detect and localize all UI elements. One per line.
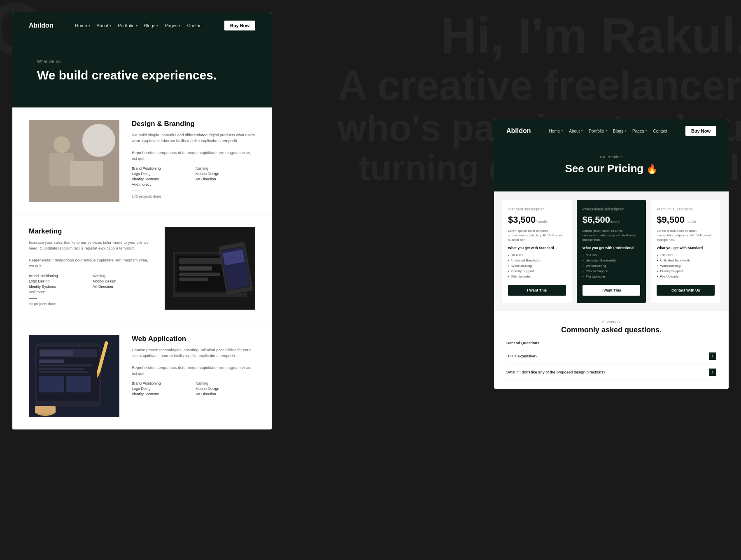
svg-rect-32 xyxy=(39,364,93,366)
faq-item-2[interactable]: What if I don't like any of the proposed… xyxy=(506,364,716,380)
faq-question-2[interactable]: What if I don't like any of the proposed… xyxy=(506,369,716,376)
nav-item-blogs[interactable]: Blogs ▾ xyxy=(144,23,158,28)
svg-rect-31 xyxy=(39,359,64,363)
right-nav: Home ▾ About ▾ Portfolio ▾ Blogs ▾ Pages… xyxy=(549,129,667,133)
about-chevron: ▾ xyxy=(110,24,111,28)
svg-rect-40 xyxy=(35,406,56,413)
feature-item: Identity Systems xyxy=(132,392,191,396)
right-nav-about[interactable]: About ▾ xyxy=(569,129,583,133)
right-nav-blogs[interactable]: Blogs ▾ xyxy=(613,129,627,133)
premium-cta[interactable]: Contact With Us xyxy=(657,285,715,296)
feature-item: Art Direction xyxy=(196,392,255,396)
home-chevron: ▾ xyxy=(89,24,90,28)
faq-item-1[interactable]: Isn't it expensive? + xyxy=(506,348,716,364)
right-nav-contact[interactable]: Contact xyxy=(653,129,667,133)
fire-icon: 🔥 xyxy=(646,164,657,174)
feature-item: And more... xyxy=(132,182,191,187)
right-portfolio-chevron: ▾ xyxy=(606,129,607,133)
professional-desc: Lorem ipsum dolor sit amet, consectetur … xyxy=(583,229,641,243)
svg-rect-6 xyxy=(83,172,84,188)
professional-cta[interactable]: I Want This xyxy=(583,285,641,296)
svg-rect-33 xyxy=(39,368,84,370)
svg-rect-35 xyxy=(39,376,64,392)
left-nav: Home ▾ About ▾ Portfolio ▾ Blogs ▾ Pages… xyxy=(75,23,203,28)
nav-item-pages[interactable]: Pages ▾ xyxy=(165,23,180,28)
professional-feature: Whitelabelling xyxy=(583,263,641,268)
feature-item: Identity Systems xyxy=(132,177,191,181)
faq-question-1[interactable]: Isn't it expensive? + xyxy=(506,352,716,360)
feature-item: Motion Design xyxy=(93,279,152,283)
feature-item: Naming xyxy=(196,381,255,385)
right-buy-button[interactable]: Buy Now xyxy=(685,126,716,136)
premium-label: Premium subscription xyxy=(657,207,715,211)
marketing-image-wrap xyxy=(165,227,255,310)
standard-feature: File Uploader xyxy=(508,274,566,279)
standard-features: 10 User Unlimited Bandwidth Whitelabelli… xyxy=(508,252,566,279)
premium-feature: Priority Support xyxy=(657,268,715,274)
professional-features: 50 User Unlimited Bandwidth Whitelabelli… xyxy=(583,252,641,279)
standard-feature: Unlimited Bandwidth xyxy=(508,258,566,263)
feature-item: Brand Positioning xyxy=(132,166,191,170)
right-nav-home[interactable]: Home ▾ xyxy=(549,129,564,133)
pricing-card-professional: Professional subscription $6,500/month L… xyxy=(577,200,646,303)
pricing-cards: Standard subscription $3,500/month Lorem… xyxy=(502,200,720,303)
faq-toggle-2[interactable]: + xyxy=(709,369,716,376)
pricing-section: Standard subscription $3,500/month Lorem… xyxy=(494,191,729,311)
standard-feature: Whitelabelling xyxy=(508,263,566,268)
design-desc: We build simple, beautiful and different… xyxy=(132,132,255,161)
right-nav-portfolio[interactable]: Portfolio ▾ xyxy=(589,129,607,133)
right-logo: Abildon xyxy=(506,127,531,135)
professional-features-title: What you get with Professional xyxy=(583,246,641,250)
right-home-chevron: ▾ xyxy=(562,129,563,133)
feature-item: Identity Systems xyxy=(29,285,89,289)
professional-price: $6,500/month xyxy=(583,215,641,225)
svg-rect-12 xyxy=(58,122,66,134)
faq-toggle-1[interactable]: + xyxy=(709,352,716,360)
pricing-card-standard: Standard subscription $3,500/month Lorem… xyxy=(502,200,572,303)
svg-rect-34 xyxy=(39,371,89,373)
standard-label: Standard subscription xyxy=(508,207,566,211)
nav-item-about[interactable]: About ▾ xyxy=(97,23,112,28)
service-marketing: Marketing Increase your sales thanks to … xyxy=(12,215,272,322)
faq-title: Commonly asked questions. xyxy=(506,326,716,334)
web-title: Web Application xyxy=(132,335,255,343)
right-about-chevron: ▾ xyxy=(581,129,583,133)
svg-rect-25 xyxy=(165,227,255,310)
design-title: Design & Branding xyxy=(132,120,255,128)
standard-feature: 10 User xyxy=(508,252,566,258)
services-list: Design & Branding We build simple, beaut… xyxy=(12,107,272,429)
marketing-info: Marketing Increase your sales thanks to … xyxy=(29,227,152,310)
left-buy-button[interactable]: Buy Now xyxy=(224,21,255,30)
nav-item-home[interactable]: Home ▾ xyxy=(75,23,90,28)
portfolio-chevron: ▾ xyxy=(136,24,137,28)
faq-section: Answers to Commonly asked questions. Gen… xyxy=(494,311,729,389)
standard-desc: Lorem ipsum dolor sit amet, consectetur … xyxy=(508,229,566,243)
right-nav-pages[interactable]: Pages ▾ xyxy=(632,129,647,133)
svg-rect-8 xyxy=(64,163,80,173)
design-divider xyxy=(132,191,140,191)
premium-features-title: What you get with Standard xyxy=(657,246,715,250)
feature-item: Logo Design xyxy=(132,172,191,176)
professional-feature: File Uploader xyxy=(583,274,641,279)
left-panel: Abildon Home ▾ About ▾ Portfolio ▾ Blogs… xyxy=(12,12,272,429)
marketing-divider xyxy=(29,298,37,299)
design-image-wrap xyxy=(29,120,119,202)
pricing-card-premium: Premium subscription $9,500/month Lorem … xyxy=(651,200,720,303)
left-hero-title: We build creative experiences. xyxy=(37,68,247,83)
nav-item-portfolio[interactable]: Portfolio ▾ xyxy=(118,23,137,28)
standard-cta[interactable]: I Want This xyxy=(508,285,566,296)
premium-desc: Lorem ipsum dolor sit amet, consectetur … xyxy=(657,229,715,243)
feature-item: Art Direction xyxy=(93,285,152,289)
web-image-wrap xyxy=(29,335,119,417)
web-features: Brand Positioning Naming Logo Design Mot… xyxy=(132,381,255,396)
svg-rect-7 xyxy=(62,161,82,175)
design-features: Brand Positioning Naming Logo Design Mot… xyxy=(132,166,255,187)
marketing-desc: Increase your sales thanks to our servic… xyxy=(29,240,152,269)
svg-rect-5 xyxy=(47,172,49,188)
standard-feature: Priority Support xyxy=(508,268,566,274)
faq-category: General Questions xyxy=(506,341,716,345)
feature-item: Brand Positioning xyxy=(132,381,191,385)
web-image xyxy=(29,335,119,417)
left-header: Abildon Home ▾ About ▾ Portfolio ▾ Blogs… xyxy=(12,12,272,39)
nav-item-contact[interactable]: Contact xyxy=(187,23,203,28)
